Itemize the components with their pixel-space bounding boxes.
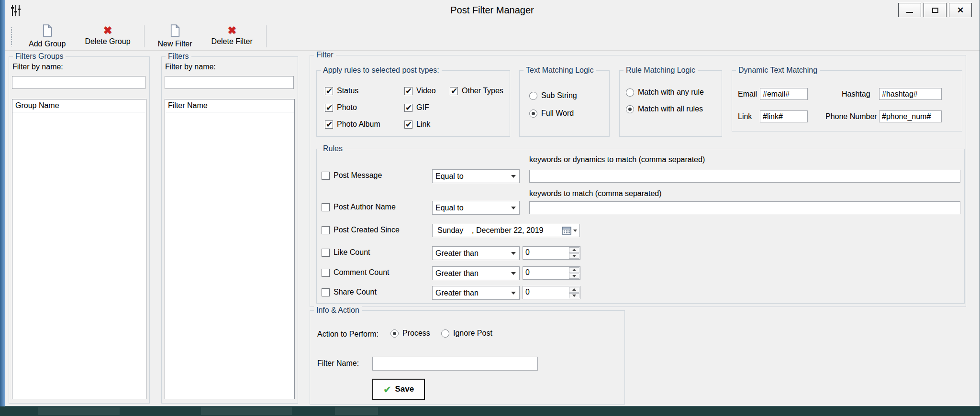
maximize-button[interactable]: [924, 3, 947, 17]
filters-groups-panel: Filters Groups Filter by name: Group Nam…: [9, 56, 150, 404]
post-author-keywords-input[interactable]: [529, 201, 960, 214]
delete-x-icon: ✖: [103, 24, 112, 36]
close-button[interactable]: ✕: [949, 3, 972, 17]
spinner-up-button[interactable]: [569, 267, 579, 273]
checkbox-icon: [450, 87, 458, 95]
post-author-operator-select[interactable]: Equal to: [432, 201, 520, 215]
sub-string-radio[interactable]: Sub String: [529, 91, 577, 100]
chevron-down-icon: [572, 255, 576, 257]
new-filter-button[interactable]: New Filter: [148, 23, 202, 50]
chevron-down-icon: [511, 207, 516, 209]
photo-album-checkbox[interactable]: Photo Album: [325, 120, 380, 129]
share-count-spinner[interactable]: 0: [523, 286, 580, 299]
like-count-operator-select[interactable]: Greater than: [432, 246, 520, 260]
calendar-icon[interactable]: [562, 224, 577, 237]
comment-count-checkbox[interactable]: Comment Count: [322, 268, 390, 277]
like-count-checkbox[interactable]: Like Count: [322, 248, 370, 257]
checkbox-icon: [322, 249, 330, 257]
chevron-up-icon: [572, 249, 576, 251]
rules-group: Rules keywords or dynamics to match (com…: [316, 149, 965, 304]
toolbar-separator: [266, 25, 267, 47]
rules-title: Rules: [321, 144, 345, 153]
hashtag-label: Hashtag: [842, 90, 870, 99]
rule-matching-title: Rule Matching Logic: [624, 66, 698, 75]
checkbox-icon: [404, 120, 412, 129]
checkbox-icon: [325, 120, 333, 129]
post-created-date-picker[interactable]: Sunday , December 22, 2019: [432, 224, 580, 237]
toolbar-grip[interactable]: [11, 26, 12, 46]
match-all-rules-radio[interactable]: Match with all rules: [626, 105, 703, 113]
radio-icon: [441, 329, 449, 338]
process-radio[interactable]: Process: [390, 329, 430, 338]
chevron-down-icon: [511, 292, 516, 295]
like-count-spinner[interactable]: 0: [523, 246, 580, 260]
filter-groups-search-input[interactable]: [12, 76, 145, 89]
radio-icon: [529, 92, 537, 100]
filter-groups-list[interactable]: Group Name: [12, 99, 146, 399]
delete-group-button[interactable]: ✖ Delete Group: [75, 23, 140, 50]
add-group-button[interactable]: Add Group: [19, 23, 75, 50]
spinner-down-button[interactable]: [569, 293, 579, 299]
info-action-title: Info & Action: [314, 306, 362, 315]
filter-by-name-label: Filter by name:: [12, 63, 63, 71]
spinner-down-button[interactable]: [569, 274, 579, 279]
radio-icon: [390, 329, 399, 338]
post-author-checkbox[interactable]: Post Author Name: [322, 203, 396, 211]
filters-groups-title: Filters Groups: [13, 52, 66, 61]
checkbox-icon: [322, 172, 330, 180]
email-label: Email: [738, 90, 757, 99]
status-checkbox[interactable]: Status: [325, 87, 358, 95]
chevron-down-icon: [572, 295, 576, 297]
spinner-up-button[interactable]: [569, 287, 579, 293]
delete-filter-button[interactable]: ✖ Delete Filter: [202, 23, 262, 50]
checkbox-icon: [322, 288, 330, 296]
post-message-operator-select[interactable]: Equal to: [432, 169, 520, 183]
checkbox-icon: [325, 87, 333, 95]
comment-count-spinner[interactable]: 0: [523, 266, 580, 280]
match-any-rule-radio[interactable]: Match with any rule: [626, 88, 704, 97]
other-types-checkbox[interactable]: Other Types: [450, 87, 503, 95]
text-matching-title: Text Matching Logic: [523, 66, 596, 75]
keywords-label: keywords to match (comma separated): [529, 189, 662, 198]
title-bar[interactable]: Post Filter Manager ✕: [5, 0, 980, 22]
post-message-keywords-input[interactable]: [529, 170, 960, 183]
link-checkbox[interactable]: Link: [404, 120, 430, 129]
filters-list[interactable]: Filter Name: [165, 99, 295, 399]
group-name-column-header[interactable]: Group Name: [12, 99, 146, 112]
filters-search-input[interactable]: [165, 76, 294, 89]
link-dynamic-input[interactable]: [760, 110, 808, 122]
radio-icon: [529, 109, 537, 118]
save-button-label: Save: [395, 384, 414, 394]
minimize-icon: [906, 12, 913, 13]
radio-icon: [626, 105, 634, 113]
spinner-down-button[interactable]: [569, 253, 579, 259]
checkbox-icon: [404, 104, 412, 112]
text-matching-group: Text Matching Logic Sub String Full Word: [519, 70, 610, 137]
save-button[interactable]: ✔ Save: [372, 379, 425, 400]
toolbar: Add Group ✖ Delete Group New Filter ✖ De…: [5, 22, 980, 51]
share-count-checkbox[interactable]: Share Count: [322, 288, 377, 296]
full-word-radio[interactable]: Full Word: [529, 109, 574, 118]
ignore-post-radio[interactable]: Ignore Post: [441, 329, 492, 338]
post-message-checkbox[interactable]: Post Message: [322, 171, 382, 180]
minimize-button[interactable]: [898, 3, 921, 17]
filter-section: Filter Apply rules to selected post type…: [310, 55, 966, 307]
gif-checkbox[interactable]: GIF: [404, 103, 429, 112]
share-count-operator-select[interactable]: Greater than: [432, 286, 520, 300]
chevron-down-icon: [511, 272, 516, 275]
photo-checkbox[interactable]: Photo: [325, 103, 357, 112]
phone-number-dynamic-input[interactable]: [879, 110, 942, 122]
window-title: Post Filter Manager: [5, 5, 980, 16]
spinner-up-button[interactable]: [569, 247, 579, 253]
filter-name-input[interactable]: [372, 357, 538, 371]
checkbox-icon: [322, 269, 330, 277]
phone-number-label: Phone Number: [825, 112, 877, 121]
video-checkbox[interactable]: Video: [404, 87, 436, 95]
hashtag-dynamic-input[interactable]: [879, 88, 942, 100]
filter-name-column-header[interactable]: Filter Name: [165, 99, 294, 112]
delete-x-icon: ✖: [227, 24, 236, 36]
email-dynamic-input[interactable]: [760, 88, 808, 100]
comment-count-operator-select[interactable]: Greater than: [432, 266, 520, 280]
post-created-since-checkbox[interactable]: Post Created Since: [322, 226, 400, 234]
post-filter-manager-window: Post Filter Manager ✕ Add Group ✖ Delete…: [5, 0, 980, 406]
